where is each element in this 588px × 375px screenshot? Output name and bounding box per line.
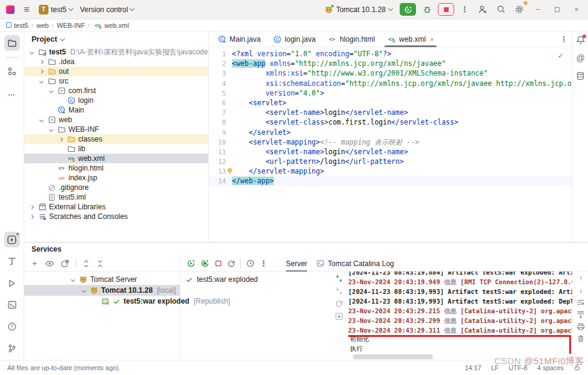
tree-item-external-libraries[interactable]: External Libraries [24, 202, 208, 212]
window-maximize-button[interactable] [549, 5, 565, 14]
line-number[interactable]: 4 [209, 79, 232, 88]
editor-tab-main-java[interactable]: CMain.java [211, 31, 266, 47]
chevron-down-icon[interactable] [47, 128, 55, 131]
tree-item-web-xml[interactable]: <>web.xml [24, 154, 208, 163]
line-number[interactable]: 12 [209, 157, 232, 166]
tree-item-web[interactable]: web [24, 115, 208, 125]
rerun-console-icon[interactable] [335, 299, 343, 308]
console-tab-server[interactable]: Server [286, 256, 307, 272]
terminal-toolwindow-icon[interactable] [4, 297, 20, 313]
tree-item-hlogin-html[interactable]: <>hlogin.html [24, 163, 208, 173]
file-encoding[interactable]: UTF-8 [509, 364, 527, 371]
tree-item-classes[interactable]: classes [24, 134, 208, 144]
line-number[interactable]: 7 [209, 108, 232, 117]
tree-item-com-first[interactable]: com.first [24, 86, 208, 96]
chevron-down-icon[interactable] [80, 289, 87, 292]
line-number[interactable]: 5 [209, 88, 232, 98]
tree-item-gitignore[interactable]: .gitignore [24, 183, 208, 192]
collapse-output-icon[interactable] [335, 287, 343, 295]
services-toolwindow-icon[interactable] [4, 232, 20, 247]
add-service-icon[interactable]: ＋ [30, 258, 39, 269]
scroll-end-icon[interactable] [576, 310, 585, 319]
line-number[interactable]: 9 [209, 128, 232, 137]
up-stacktrace-icon[interactable]: ↑ [579, 274, 583, 282]
line-number[interactable]: 3 [209, 68, 232, 78]
line-number[interactable]: 1 [209, 49, 232, 59]
tree-item-test5[interactable]: test5D:\A-资料\课程资料\java实验报告\javacode\test… [24, 47, 208, 57]
tree-item-test5-iml[interactable]: test5.iml [24, 192, 208, 202]
chevron-down-icon[interactable] [69, 278, 76, 281]
database-toolwindow-icon[interactable] [576, 71, 585, 80]
line-number[interactable]: 8 [209, 117, 232, 127]
breadcrumb-item-web[interactable]: web [36, 22, 48, 29]
chevron-down-icon[interactable] [38, 119, 45, 122]
show-services-icon[interactable] [45, 259, 55, 269]
editor-tabs-more-icon[interactable]: ⋮ [560, 35, 567, 44]
tree-item-index-jsp[interactable]: JSPindex.jsp [24, 173, 208, 183]
project-panel-title[interactable]: Project [31, 35, 57, 44]
structure-toolwindow-icon[interactable] [4, 64, 20, 79]
readonly-lock-icon[interactable] [573, 364, 581, 371]
line-number[interactable]: 2 [209, 59, 232, 68]
expand-all-icon[interactable] [82, 259, 90, 268]
chevron-down-icon[interactable] [38, 80, 45, 83]
console-log[interactable]: [2024-11-23 08:43:19,884] Artifact test5… [348, 272, 572, 354]
quickfix-bulb-icon[interactable] [226, 168, 233, 175]
clear-console-icon[interactable] [576, 334, 585, 343]
redeploy-icon[interactable] [200, 259, 210, 268]
tree-item-main[interactable]: CMain [24, 105, 208, 115]
horizontal-scrollbar[interactable] [353, 354, 433, 359]
code-with-me-icon[interactable] [475, 2, 490, 17]
stop-button[interactable] [438, 3, 454, 16]
breadcrumb-item-web-inf[interactable]: WEB-INF [57, 22, 85, 29]
build-toolwindow-icon[interactable] [4, 253, 20, 269]
chevron-right-icon[interactable] [28, 215, 35, 218]
indent-setting[interactable]: 4 spaces [537, 364, 564, 371]
window-minimize-button[interactable]: − [530, 5, 546, 14]
soft-wrap-icon[interactable] [576, 298, 585, 307]
vcs-status-text[interactable]: All files are up-to-date (moments ago) [7, 364, 119, 371]
more-toolwindows-icon[interactable]: … [4, 85, 20, 101]
tree-item-lib[interactable]: lib [24, 144, 208, 154]
line-number[interactable]: 13 [209, 166, 232, 176]
window-close-button[interactable]: × [569, 5, 584, 14]
tree-item-scratches-and-consoles[interactable]: Scratches and Consoles [24, 212, 208, 221]
down-stacktrace-icon[interactable]: ↓ [579, 286, 583, 295]
code-editor[interactable]: ✓ 1<?xml version="1.0" encoding="UTF-8"?… [209, 47, 572, 242]
tree-item-tomcat-server[interactable]: Tomcat Server [24, 274, 180, 285]
collapse-all-icon[interactable] [96, 259, 104, 268]
git-toolwindow-icon[interactable] [4, 341, 20, 356]
tree-item-idea[interactable]: .idea [24, 57, 208, 67]
tree-item-web-inf[interactable]: WEB-INF [24, 125, 208, 134]
tree-item-login[interactable]: Clogin [24, 96, 208, 105]
scroll-to-end-box-icon[interactable] [335, 312, 343, 321]
server-status-row[interactable]: test5:war exploded [185, 275, 325, 284]
deployment-settings-icon[interactable] [246, 259, 255, 268]
jump-to-source-icon[interactable] [335, 274, 343, 282]
stop-server-icon[interactable] [214, 259, 222, 267]
inspection-ok-icon[interactable]: ✓ [558, 51, 564, 60]
refresh-icon[interactable] [227, 259, 236, 268]
editor-tab-web-xml[interactable]: <>web.xml× [381, 31, 440, 47]
cursor-position[interactable]: 14:17 [464, 364, 481, 371]
breadcrumb-item-web-xml[interactable]: <>web.xml [93, 21, 129, 30]
line-number[interactable]: 10 [209, 137, 232, 147]
debug-button[interactable] [420, 2, 434, 17]
tree-item-tomcat-10-1-28[interactable]: Tomcat 10.1.28[local] [24, 285, 180, 296]
more-actions-icon[interactable]: ⋮ [458, 5, 472, 14]
breadcrumb-item-test5[interactable]: test5 [6, 22, 28, 29]
chevron-right-icon[interactable] [28, 206, 35, 209]
tree-item-out[interactable]: out [24, 67, 208, 76]
problems-toolwindow-icon[interactable] [4, 319, 20, 334]
chevron-right-icon[interactable] [57, 138, 64, 141]
line-number[interactable]: 14 [209, 176, 232, 186]
services-panel-title[interactable]: Services [24, 243, 588, 256]
app-logo-icon[interactable] [6, 5, 15, 14]
run-configuration-selector[interactable]: Tomcat 10.1.28 [321, 4, 396, 15]
chevron-right-icon[interactable] [38, 70, 45, 73]
ai-assistant-icon[interactable]: @ [576, 53, 584, 63]
main-menu-icon[interactable]: ≡ [19, 2, 34, 17]
rerun-button[interactable] [400, 3, 416, 16]
print-icon[interactable] [576, 322, 585, 331]
line-ending[interactable]: LF [491, 364, 499, 371]
